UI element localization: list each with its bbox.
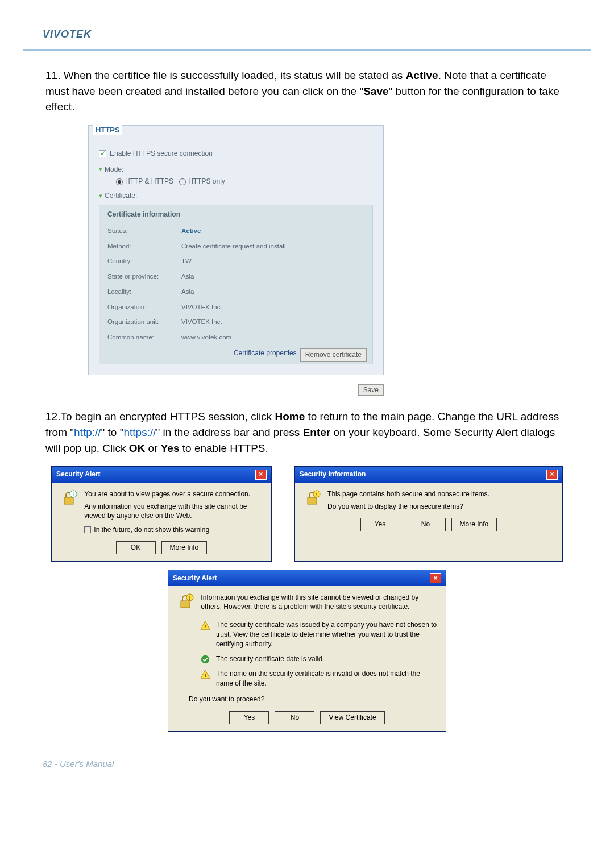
cert-key: Organization:: [107, 302, 181, 312]
warning-icon: !: [200, 620, 210, 630]
ok-button[interactable]: OK: [116, 541, 156, 554]
dialog-text: Any information you exchange with this s…: [84, 502, 260, 520]
cert-key: Organization unit:: [107, 317, 181, 327]
enable-https-checkbox[interactable]: ✓: [99, 150, 106, 157]
mode-http-https-radio[interactable]: [116, 178, 123, 185]
cert-value: Asia: [181, 287, 194, 297]
no-button[interactable]: No: [406, 518, 446, 531]
close-icon[interactable]: ×: [430, 573, 441, 583]
warning-icon: !: [200, 669, 210, 679]
security-information-dialog: Security Information× ! This page contai…: [294, 466, 563, 562]
svg-text:!: !: [205, 672, 206, 678]
save-button[interactable]: Save: [358, 384, 384, 396]
brand-label: VIVOTEK: [43, 28, 571, 40]
checkmark-icon: [200, 654, 210, 665]
more-info-button[interactable]: More Info: [451, 518, 497, 531]
lock-warning-icon: !: [303, 489, 321, 510]
cert-key: State or province:: [107, 272, 181, 281]
cert-key: Method:: [107, 242, 181, 251]
security-alert-dialog-2: Security Alert× ! Information you exchan…: [168, 570, 446, 732]
warning-text: The security certificate was issued by a…: [216, 620, 438, 650]
cert-row: Country:TW: [99, 254, 372, 269]
http-link[interactable]: http://: [74, 426, 101, 438]
dialog-text: Do you want to display the nonsecure ite…: [327, 502, 551, 511]
yes-button[interactable]: Yes: [360, 518, 400, 531]
expand-icon[interactable]: ▾: [99, 192, 102, 201]
suppress-warning-label: In the future, do not show this warning: [94, 526, 209, 534]
svg-text:!: !: [316, 492, 317, 497]
cert-row: Common name:www.vivotek.com: [99, 330, 372, 345]
warning-text: The name on the security certificate is …: [216, 669, 438, 689]
security-alert-dialog-1: Security Alert× i You are about to view …: [51, 466, 272, 562]
divider: [23, 49, 591, 51]
remove-cert-button[interactable]: Remove certificate: [300, 348, 367, 362]
lock-info-icon: i: [60, 489, 78, 510]
expand-icon[interactable]: ▾: [99, 165, 102, 174]
no-button[interactable]: No: [275, 711, 314, 724]
cert-properties-link[interactable]: Certificate properties: [234, 348, 297, 362]
svg-text:!: !: [189, 595, 191, 601]
view-certificate-button[interactable]: View Certificate: [320, 711, 384, 724]
cert-value: Asia: [181, 272, 194, 281]
cert-row: Organization:VIVOTEK Inc.: [99, 300, 372, 315]
close-icon[interactable]: ×: [255, 470, 267, 480]
mode-label: Mode:: [105, 165, 123, 175]
dialog-text: This page contains both secure and nonse…: [327, 489, 551, 499]
cert-info-header: Certificate information: [99, 206, 372, 223]
cert-row: State or province:Asia: [99, 269, 372, 284]
cert-value: Create certificate request and install: [181, 242, 285, 251]
step-11-text: 11. When the certifice file is successfu…: [45, 68, 569, 115]
suppress-warning-checkbox[interactable]: [84, 526, 91, 533]
cert-value: Active: [181, 226, 201, 236]
dialog-text: You are about to view pages over a secur…: [84, 489, 260, 499]
dialog-title: Security Information: [300, 470, 366, 479]
mode-http-https-label: HTTP & HTTPS: [125, 177, 173, 186]
svg-rect-6: [181, 601, 190, 608]
more-info-button[interactable]: More Info: [161, 541, 208, 554]
svg-rect-3: [308, 497, 317, 504]
proceed-question: Do you want to proceed?: [189, 695, 438, 704]
certificate-table: Certificate information Status:ActiveMet…: [99, 205, 373, 364]
dialog-title: Security Alert: [173, 574, 217, 583]
close-icon[interactable]: ×: [546, 470, 558, 480]
cert-value: www.vivotek.com: [181, 333, 231, 342]
cert-row: Method:Create certificate request and in…: [99, 239, 372, 254]
svg-text:!: !: [205, 623, 206, 629]
cert-key: Common name:: [107, 333, 181, 342]
cert-value: TW: [181, 256, 192, 266]
cert-key: Locality:: [107, 287, 181, 297]
dialog-intro: Information you exchange with this site …: [201, 593, 435, 611]
lock-warning-icon: !: [176, 593, 194, 614]
svg-rect-0: [64, 497, 73, 504]
dialog-title: Security Alert: [56, 470, 101, 479]
https-panel: HTTPS ✓ Enable HTTPS secure connection ▾…: [88, 125, 384, 375]
cert-row: Locality:Asia: [99, 284, 372, 300]
cert-value: VIVOTEK Inc.: [181, 302, 222, 312]
yes-button[interactable]: Yes: [229, 711, 269, 724]
mode-https-only-radio[interactable]: [179, 178, 186, 185]
cert-key: Country:: [107, 256, 181, 266]
https-link[interactable]: https://: [123, 426, 156, 438]
certificate-label: Certificate:: [105, 191, 137, 201]
page-footer: 82 - User's Manual: [23, 732, 591, 786]
mode-https-only-label: HTTPS only: [188, 177, 225, 186]
cert-row: Status:Active: [99, 223, 372, 239]
valid-text: The security certificate date is valid.: [216, 654, 324, 664]
step-12-text: 12.To begin an encrypted HTTPS session, …: [45, 409, 569, 456]
https-legend: HTTPS: [93, 125, 122, 136]
cert-key: Status:: [107, 226, 181, 236]
svg-point-11: [201, 655, 209, 663]
enable-https-label: Enable HTTPS secure connection: [110, 149, 213, 159]
svg-text:i: i: [73, 492, 74, 497]
cert-row: Organization unit:VIVOTEK Inc.: [99, 314, 372, 330]
cert-value: VIVOTEK Inc.: [181, 317, 222, 327]
